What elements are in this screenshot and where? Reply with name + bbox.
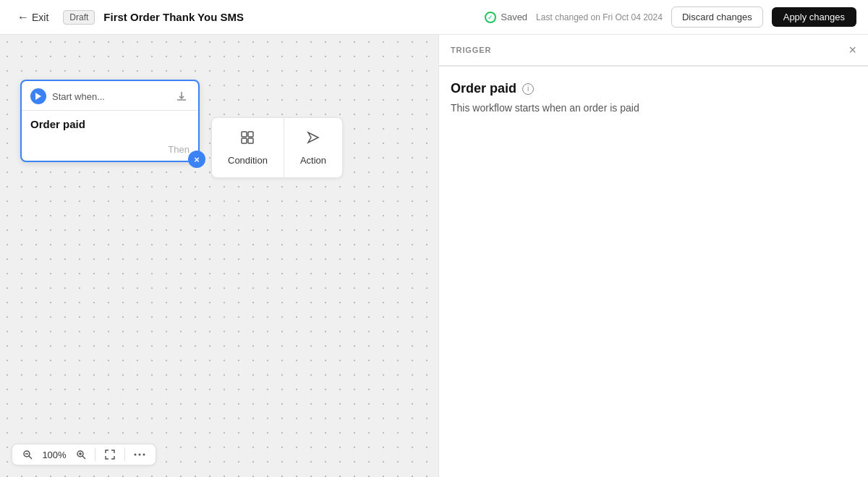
start-when-label: Start when... — [52, 91, 105, 102]
condition-icon — [239, 130, 255, 149]
zoom-in-button[interactable] — [73, 448, 89, 461]
close-icon: × — [848, 43, 856, 57]
trigger-circle-icon — [30, 88, 46, 104]
panel-title-row: Order paid i — [451, 81, 856, 96]
trigger-node-body: Order paid — [22, 111, 198, 140]
panel-close-button[interactable]: × — [848, 43, 856, 56]
close-icon: × — [194, 155, 200, 164]
svg-point-14 — [139, 454, 141, 456]
svg-line-10 — [82, 456, 85, 459]
toolbar-separator — [95, 448, 95, 461]
remove-trigger-button[interactable]: × — [188, 151, 205, 168]
zoom-out-button[interactable] — [20, 448, 35, 461]
exit-icon: ← — [17, 11, 29, 24]
trigger-header-left: Start when... — [30, 88, 105, 104]
action-button[interactable]: Action — [284, 118, 342, 177]
workflow-title: First Order Thank You SMS — [103, 11, 476, 23]
info-icon[interactable]: i — [522, 83, 534, 95]
saved-label: Saved — [501, 12, 527, 22]
svg-rect-4 — [248, 138, 253, 143]
condition-label: Condition — [228, 155, 268, 166]
trigger-node-header: Start when... — [22, 81, 198, 111]
svg-marker-0 — [35, 93, 41, 100]
trigger-node[interactable]: Start when... Order paid Then × — [20, 80, 200, 162]
panel-header: TRIGGER × — [439, 35, 868, 66]
then-label: Then — [168, 144, 190, 155]
right-panel: TRIGGER × Order paid i This workflow sta… — [438, 35, 868, 477]
action-label: Action — [300, 155, 326, 166]
more-options-icon — [134, 449, 145, 460]
condition-button[interactable]: Condition — [212, 118, 284, 177]
svg-rect-2 — [248, 132, 253, 137]
exit-button[interactable]: ← Exit — [12, 8, 54, 27]
order-paid-label: Order paid — [30, 118, 85, 130]
zoom-out-icon — [22, 449, 33, 460]
svg-rect-1 — [242, 132, 247, 137]
trigger-node-footer: Then — [22, 140, 198, 161]
saved-status: Saved — [485, 12, 527, 23]
trigger-arrow-icon — [34, 92, 43, 101]
exit-label: Exit — [32, 12, 48, 23]
zoom-level-text: 100% — [40, 449, 69, 460]
condition-action-node: Condition Action — [211, 117, 343, 178]
download-icon — [174, 88, 190, 104]
panel-description: This workflow starts when an order is pa… — [451, 102, 856, 114]
fit-screen-icon — [104, 449, 116, 460]
toolbar-separator-2 — [124, 448, 125, 461]
workflow-canvas[interactable]: Start when... Order paid Then × — [0, 35, 438, 477]
more-options-button[interactable] — [131, 447, 148, 462]
last-changed-text: Last changed on Fri Oct 04 2024 — [536, 12, 663, 22]
topbar: ← Exit Draft First Order Thank You SMS S… — [0, 0, 868, 35]
fit-screen-button[interactable] — [101, 447, 119, 462]
apply-changes-button[interactable]: Apply changes — [772, 7, 856, 27]
action-icon — [305, 130, 321, 149]
main-area: Start when... Order paid Then × — [0, 35, 868, 477]
zoom-in-icon — [76, 449, 86, 460]
panel-trigger-label: TRIGGER — [451, 46, 491, 54]
discard-changes-button[interactable]: Discard changes — [671, 7, 763, 28]
svg-line-7 — [29, 456, 32, 459]
svg-point-13 — [135, 454, 137, 456]
svg-point-15 — [143, 454, 145, 456]
svg-rect-3 — [242, 138, 247, 143]
draft-badge: Draft — [63, 10, 95, 25]
svg-marker-5 — [308, 132, 318, 143]
panel-title: Order paid — [451, 81, 516, 96]
panel-body: Order paid i This workflow starts when a… — [439, 67, 868, 477]
saved-check-icon — [485, 12, 496, 23]
canvas-toolbar: 100% — [12, 444, 156, 465]
